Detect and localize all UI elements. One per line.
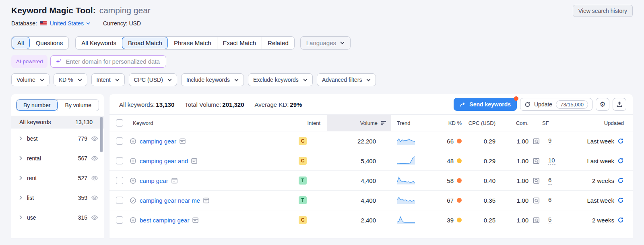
refresh-icon[interactable]	[617, 158, 624, 164]
divider	[544, 195, 544, 205]
filter-advanced-filters[interactable]: Advanced filters	[317, 73, 376, 86]
kd-value: 67	[447, 197, 454, 204]
serp-preview-icon[interactable]	[533, 137, 540, 145]
keyword-group-item[interactable]: rental 567	[11, 148, 104, 168]
refresh-icon[interactable]	[617, 197, 624, 203]
filter-cpc-usd-[interactable]: CPC (USD)	[129, 73, 177, 86]
ai-personalization-bar: AI-powered	[11, 55, 633, 68]
meta-row: Database: United States Currency: USD	[11, 20, 633, 27]
added-check-icon[interactable]	[130, 197, 136, 204]
filter-include-keywords[interactable]: Include keywords	[181, 73, 244, 86]
filter-volume[interactable]: Volume	[11, 73, 50, 86]
tab-all[interactable]: All	[12, 37, 30, 49]
filter-intent[interactable]: Intent	[91, 73, 125, 86]
group-count: 527	[78, 175, 87, 181]
sf-value[interactable]: 9	[548, 137, 552, 145]
add-keyword-icon[interactable]	[130, 158, 136, 164]
languages-dropdown[interactable]: Languages	[300, 36, 351, 50]
keyword-link[interactable]: camping gear and	[140, 158, 188, 164]
column-header-keyword[interactable]: Keyword	[130, 115, 299, 131]
trend-sparkline	[397, 215, 415, 224]
eye-icon[interactable]	[91, 214, 98, 221]
filter-exclude-keywords[interactable]: Exclude keywords	[248, 73, 313, 86]
row-checkbox[interactable]	[116, 137, 123, 145]
add-keyword-icon[interactable]	[130, 217, 136, 224]
column-header-sf[interactable]: SF	[530, 115, 568, 131]
serp-icon[interactable]	[180, 138, 186, 144]
toggle-by-number[interactable]: By number	[17, 100, 58, 111]
keyword-link[interactable]: camping gear near me	[140, 197, 200, 204]
kd-dot	[457, 198, 462, 203]
row-checkbox[interactable]	[116, 177, 123, 184]
serp-icon[interactable]	[191, 158, 197, 164]
serp-icon[interactable]	[171, 178, 178, 184]
row-checkbox[interactable]	[116, 157, 123, 164]
tab-questions[interactable]: Questions	[30, 37, 69, 49]
domain-input[interactable]	[66, 58, 161, 65]
filters-row: Volume KD % Intent CPC (USD) Include key…	[11, 73, 633, 86]
eye-icon[interactable]	[91, 194, 98, 201]
sf-value[interactable]: 6	[548, 176, 552, 185]
column-header-kd[interactable]: KD %	[429, 115, 466, 131]
export-button[interactable]	[613, 98, 626, 111]
volume-value: 2,400	[327, 217, 391, 224]
serp-preview-icon[interactable]	[533, 157, 540, 165]
tab-broad-match[interactable]: Broad Match	[122, 37, 168, 49]
refresh-icon[interactable]	[617, 217, 624, 223]
tab-exact-match[interactable]: Exact Match	[217, 37, 262, 49]
kd-value: 39	[447, 217, 454, 224]
com-value: 1.00	[506, 217, 530, 224]
serp-preview-icon[interactable]	[533, 177, 540, 185]
serp-preview-icon[interactable]	[533, 197, 540, 204]
group-label: rental	[27, 155, 78, 162]
tab-related[interactable]: Related	[262, 37, 294, 49]
refresh-icon[interactable]	[617, 177, 624, 184]
keyword-group-item[interactable]: rent 527	[11, 168, 104, 188]
refresh-icon[interactable]	[617, 138, 624, 144]
column-header-intent[interactable]: Intent	[299, 115, 327, 131]
update-button[interactable]: Update 73/15,000	[520, 98, 592, 111]
view-search-history-button[interactable]: View search history	[573, 5, 633, 17]
trend-sparkline	[397, 136, 415, 145]
group-count: 359	[78, 195, 87, 201]
eye-icon[interactable]	[91, 135, 98, 142]
volume-value: 5,400	[327, 158, 391, 164]
match-type-tabs: AllQuestions All KeywordsBroad MatchPhra…	[11, 36, 633, 50]
sf-value[interactable]: 5	[548, 216, 552, 224]
column-header-updated[interactable]: Updated	[568, 115, 633, 131]
column-header-com[interactable]: Com.	[506, 115, 530, 131]
keyword-group-item[interactable]: best 779	[11, 129, 104, 148]
column-header-cpc[interactable]: CPC (USD)	[466, 115, 506, 131]
keyword-group-item[interactable]: use 315	[11, 208, 104, 227]
sf-value[interactable]: 10	[548, 157, 555, 165]
keyword-link[interactable]: best camping gear	[140, 217, 189, 224]
sidebar-scrollbar[interactable]	[100, 117, 103, 152]
database-selector[interactable]: United States	[50, 20, 90, 27]
serp-icon[interactable]	[203, 197, 209, 203]
column-header-volume[interactable]: Volume	[327, 115, 391, 131]
row-checkbox[interactable]	[116, 197, 123, 204]
table-row: best camping gear C 2,400 39 0.25 1.00	[109, 210, 633, 230]
keyword-group-item[interactable]: list 359	[11, 188, 104, 208]
eye-icon[interactable]	[91, 155, 98, 162]
add-keyword-icon[interactable]	[130, 138, 136, 145]
settings-button[interactable]: ⚙	[596, 98, 609, 111]
tab-all-keywords[interactable]: All Keywords	[76, 37, 122, 49]
toggle-by-volume[interactable]: By volume	[58, 100, 99, 111]
add-keyword-icon[interactable]	[130, 177, 136, 184]
send-keywords-button[interactable]: Send keywords	[454, 98, 517, 111]
column-header-trend[interactable]: Trend	[391, 115, 429, 131]
row-checkbox[interactable]	[116, 216, 123, 224]
sf-value[interactable]: 6	[548, 196, 552, 204]
keyword-link[interactable]: camp gear	[140, 177, 168, 184]
serp-preview-icon[interactable]	[533, 216, 540, 224]
tab-phrase-match[interactable]: Phrase Match	[168, 37, 217, 49]
serp-icon[interactable]	[192, 217, 198, 223]
notification-dot	[514, 96, 518, 101]
all-keywords-group[interactable]: All keywords 13,130	[11, 116, 104, 129]
select-all-checkbox[interactable]	[116, 119, 123, 127]
filter-kd-[interactable]: KD %	[54, 73, 87, 86]
keyword-link[interactable]: camping gear	[140, 138, 176, 145]
eye-icon[interactable]	[91, 174, 98, 182]
cpc-value: 0.29	[466, 138, 506, 145]
